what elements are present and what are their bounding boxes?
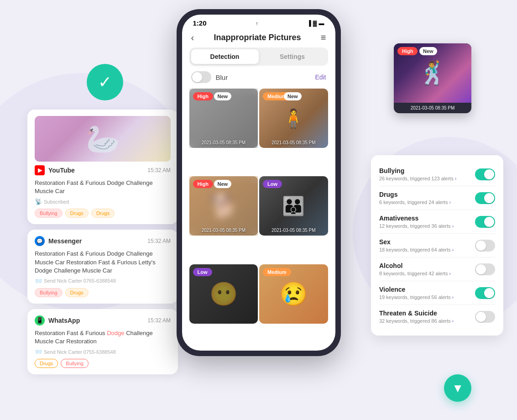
view-alerts-link[interactable]: › — [452, 223, 454, 229]
category-toggle-drugs[interactable] — [475, 192, 495, 204]
grid-timestamp: 2021-03-05 08:35 PM — [189, 228, 258, 233]
view-alerts-link[interactable]: › — [449, 200, 451, 205]
toggle-knob — [476, 312, 486, 322]
category-info: Threaten & Suicide 32 keywords, triggere… — [379, 310, 475, 324]
youtube-card-header: ▶ YouTube 15:32 AM — [35, 165, 171, 175]
card-tags: Drugs Bullying — [35, 359, 171, 368]
category-toggle-bullying[interactable] — [475, 168, 495, 180]
category-row-drugs: Drugs 6 keywords, triggered 24 alerts › — [379, 186, 495, 210]
grid-item-1[interactable]: High New 2021-03-05 08:35 PM — [189, 89, 258, 148]
severity-low-badge: Low — [263, 180, 282, 188]
card-tags: Bullying Drugs — [35, 288, 171, 297]
app-info: 💬 Messenger — [35, 236, 82, 246]
category-info: Alcohol 8 keywords, triggered 42 alerts … — [379, 262, 475, 276]
tag-bullying: Bullying — [61, 359, 89, 368]
category-toggle-sex[interactable] — [475, 240, 495, 252]
app-info: 📱 WhatsApp — [35, 315, 80, 326]
image-grid: High New 2021-03-05 08:35 PM 🧍 Medium Ne… — [182, 89, 335, 351]
category-info: Sex 18 keywords, triggered 64 alerts › — [379, 238, 475, 252]
toggle-knob — [192, 72, 202, 82]
view-alerts-link[interactable]: › — [452, 294, 454, 300]
card-tags: Bullying Drugs Drugs — [35, 209, 171, 218]
category-name: Threaten & Suicide — [379, 310, 475, 317]
left-notification-panel: ▶ 🦢 ▶ YouTube 15:32 AM Restoration Fast … — [27, 110, 178, 374]
blur-label: Blur — [216, 74, 228, 81]
grid-item-6[interactable]: 😢 Medium — [259, 264, 328, 324]
category-meta: 6 keywords, triggered 24 alerts › — [379, 200, 475, 205]
whatsapp-icon: 📱 — [35, 315, 45, 326]
category-toggle-alcohol[interactable] — [475, 263, 495, 275]
app-info: ▶ YouTube — [35, 165, 75, 175]
card-title: Restoration Fast & Furious Dodge Challen… — [35, 329, 171, 346]
card-time: 15:32 AM — [147, 317, 171, 324]
app-name: YouTube — [48, 167, 75, 174]
new-badge: New — [419, 47, 437, 55]
phone-screen: 1:20 ↑ ▐ ▓ ▬ ‹ Inappropriate Pictures ≡ … — [182, 15, 335, 351]
whatsapp-card: 📱 WhatsApp 15:32 AM Restoration Fast & F… — [27, 309, 178, 374]
new-badge: New — [214, 180, 232, 188]
category-name: Alcohol — [379, 262, 475, 269]
toggle-knob — [484, 217, 494, 227]
status-time: 1:20 — [193, 19, 207, 27]
view-alerts-link[interactable]: › — [449, 271, 451, 276]
whatsapp-card-header: 📱 WhatsApp 15:32 AM — [35, 315, 171, 326]
filter-button[interactable]: ▼ — [444, 374, 471, 402]
category-name: Drugs — [379, 191, 475, 198]
card-time: 15:32 AM — [147, 167, 171, 173]
blur-toggle[interactable] — [191, 71, 211, 83]
category-meta: 8 keywords, triggered 42 alerts › — [379, 271, 475, 276]
battery-icon: ▬ — [319, 20, 324, 26]
category-meta: 26 keywords, triggered 123 alerts › — [379, 176, 475, 181]
severity-high-badge: High — [193, 92, 213, 100]
category-toggle-amativeness[interactable] — [475, 216, 495, 228]
category-row-amativeness: Amativeness 12 keywords, triggered 36 al… — [379, 210, 495, 234]
severity-high-badge: High — [193, 180, 213, 188]
status-bar: 1:20 ↑ ▐ ▓ ▬ — [182, 15, 335, 30]
category-row-bullying: Bullying 26 keywords, triggered 123 aler… — [379, 163, 495, 186]
top-right-image-card: 🕺 High New 2021-03-05 08:35 PM — [394, 43, 471, 113]
youtube-card-image: ▶ 🦢 — [35, 116, 171, 162]
grid-item-3[interactable]: 🐕 High New 2021-03-05 08:35 PM — [189, 176, 258, 236]
tag-drugs: Drugs — [65, 288, 89, 297]
back-button[interactable]: ‹ — [191, 32, 194, 43]
wifi-icon: ▓ — [313, 20, 317, 26]
toggle-knob — [484, 193, 494, 203]
toggle-knob — [476, 264, 486, 274]
menu-button[interactable]: ≡ — [321, 32, 326, 43]
grid-item-4[interactable]: 👪 Low 2021-03-05 08:35 PM — [259, 176, 328, 236]
category-name: Violence — [379, 286, 475, 293]
shield-badge: ✓ — [87, 64, 123, 100]
edit-button[interactable]: Edit — [315, 74, 326, 81]
filter-icon: ▼ — [452, 381, 464, 395]
category-meta: 18 keywords, triggered 64 alerts › — [379, 247, 475, 252]
blur-row: Blur Edit — [182, 71, 335, 89]
grid-item-5[interactable]: 😶 Low — [189, 264, 258, 324]
top-right-image: 🕺 High New — [394, 43, 471, 103]
category-row-sex: Sex 18 keywords, triggered 64 alerts › — [379, 234, 495, 257]
tab-detection[interactable]: Detection — [191, 49, 259, 64]
tab-settings[interactable]: Settings — [259, 49, 326, 64]
view-alerts-link[interactable]: › — [452, 247, 454, 252]
category-toggle-violence[interactable] — [475, 287, 495, 299]
category-name: Sex — [379, 238, 475, 246]
card-meta: 📨 Send Nick Carter 0755-6388548 — [35, 348, 171, 355]
category-info: Amativeness 12 keywords, triggered 36 al… — [379, 215, 475, 229]
card-time: 15:32 AM — [147, 238, 171, 244]
category-info: Bullying 26 keywords, triggered 123 aler… — [379, 167, 475, 181]
phone-mockup: 1:20 ↑ ▐ ▓ ▬ ‹ Inappropriate Pictures ≡ … — [177, 9, 341, 356]
new-badge: New — [214, 92, 232, 100]
grid-timestamp: 2021-03-05 08:35 PM — [189, 140, 258, 145]
status-icons: ▐ ▓ ▬ — [307, 20, 324, 26]
card-meta: 📡 Subscribed — [35, 198, 171, 205]
category-name: Amativeness — [379, 215, 475, 222]
category-meta: 19 keywords, triggered 56 alerts › — [379, 294, 475, 300]
view-alerts-link[interactable]: › — [455, 176, 457, 181]
grid-item-2[interactable]: 🧍 Medium New 2021-03-05 08:35 PM — [259, 89, 328, 148]
categories-panel: Bullying 26 keywords, triggered 123 aler… — [371, 155, 503, 336]
category-toggle-threaten[interactable] — [475, 311, 495, 323]
youtube-card: ▶ 🦢 ▶ YouTube 15:32 AM Restoration Fast … — [27, 110, 178, 224]
app-name: WhatsApp — [48, 317, 80, 324]
app-name: Messenger — [48, 237, 82, 245]
messenger-icon: 💬 — [35, 236, 45, 246]
view-alerts-link[interactable]: › — [452, 318, 454, 324]
